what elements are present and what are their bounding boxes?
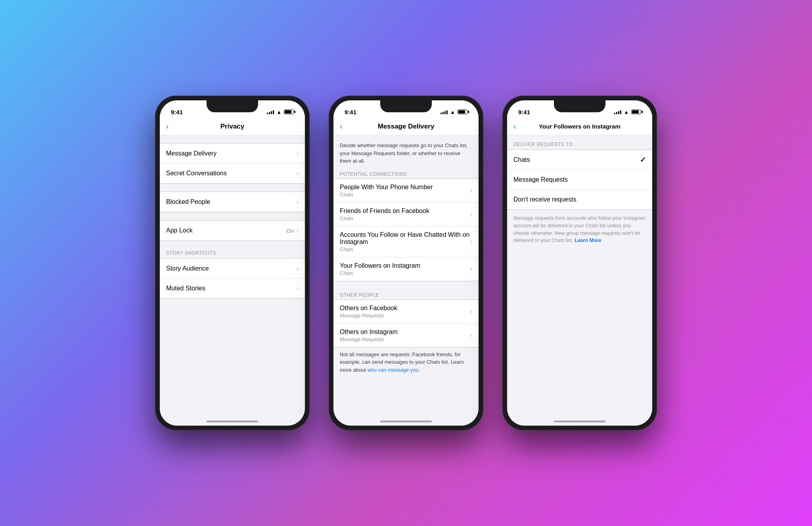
- list-group-1b: Blocked People ›: [160, 192, 305, 212]
- message-requests-option-label: Message Requests: [513, 176, 646, 183]
- list-item-others-instagram[interactable]: Others on Instagram Message Requests ›: [333, 324, 479, 347]
- nav-bar-2: ‹ Message Delivery: [333, 118, 479, 135]
- notch-1: [207, 100, 258, 112]
- list-item-dont-receive-option[interactable]: Don't receive requests: [507, 190, 652, 209]
- status-time-2: 9:41: [345, 109, 356, 115]
- others-instagram-value: Message Requests: [340, 336, 470, 342]
- list-item-chats-option[interactable]: Chats ✓: [507, 150, 652, 170]
- chevron-icon: ›: [297, 227, 299, 234]
- list-group-1d: Story Audience › Muted Stories ›: [160, 258, 305, 299]
- chevron-icon: ›: [470, 308, 472, 315]
- others-facebook-value: Message Requests: [340, 313, 470, 319]
- back-chevron-icon-3: ‹: [513, 122, 516, 130]
- notch-3: [554, 100, 605, 112]
- story-audience-label: Story Audience: [166, 265, 297, 272]
- accounts-follow-label: Accounts You Follow or Have Chatted With…: [340, 231, 470, 246]
- nav-title-3: Your Followers on Instagram: [537, 123, 622, 130]
- signal-icon-1: [267, 109, 274, 114]
- chevron-icon: ›: [297, 265, 299, 272]
- chevron-icon: ›: [470, 238, 472, 245]
- other-people-header: OTHER PEOPLE: [333, 289, 479, 299]
- chevron-icon: ›: [297, 198, 299, 205]
- battery-icon-3: [631, 109, 641, 114]
- nav-title-2: Message Delivery: [364, 123, 448, 131]
- nav-bar-1: ‹ Privacy: [160, 118, 305, 135]
- signal-icon-2: [440, 109, 448, 114]
- list-group-2a: People With Your Phone Number Chats › Fr…: [333, 179, 479, 281]
- blocked-people-label: Blocked People: [166, 198, 297, 205]
- chevron-icon: ›: [470, 265, 472, 273]
- battery-icon-2: [458, 109, 467, 114]
- status-time-3: 9:41: [518, 109, 530, 115]
- list-item-secret-conversations[interactable]: Secret Conversations ›: [160, 163, 305, 183]
- app-lock-label: App Lock: [166, 227, 286, 234]
- message-delivery-label: Message Delivery: [166, 150, 297, 157]
- chevron-icon: ›: [470, 332, 472, 339]
- message-delivery-description: Decide whether message requests go to yo…: [333, 135, 479, 168]
- accounts-follow-value: Chats: [340, 246, 470, 252]
- back-button-1[interactable]: ‹: [166, 123, 186, 130]
- signal-icon-3: [614, 109, 621, 114]
- dont-receive-option-label: Don't receive requests: [513, 196, 646, 203]
- list-item-message-requests-option[interactable]: Message Requests: [507, 170, 652, 190]
- screen-content-1: Message Delivery › Secret Conversations …: [160, 135, 305, 426]
- deliver-requests-header: DELIVER REQUESTS TO: [507, 135, 652, 150]
- phone-number-label: People With Your Phone Number: [340, 184, 470, 191]
- chats-option-label: Chats: [513, 156, 640, 163]
- app-lock-value: On: [286, 227, 294, 234]
- phone-number-value: Chats: [340, 192, 470, 198]
- others-instagram-label: Others on Instagram: [340, 328, 470, 336]
- list-item-blocked-people[interactable]: Blocked People ›: [160, 192, 305, 212]
- others-facebook-label: Others on Facebook: [340, 305, 470, 312]
- potential-connections-header: POTENTIAL CONNECTIONS: [333, 168, 479, 179]
- chevron-icon: ›: [470, 211, 472, 218]
- nav-bar-3: ‹ Your Followers on Instagram: [507, 118, 652, 135]
- wifi-icon-2: ▲: [450, 109, 455, 115]
- chevron-icon: ›: [470, 187, 472, 194]
- followers-instagram-label: Your Followers on Instagram: [340, 262, 470, 269]
- chevron-icon: ›: [297, 285, 299, 292]
- list-group-1a: Message Delivery › Secret Conversations …: [160, 143, 305, 184]
- secret-conversations-label: Secret Conversations: [166, 170, 297, 177]
- list-item-app-lock[interactable]: App Lock On ›: [160, 221, 305, 240]
- home-indicator-3: [554, 420, 605, 422]
- list-item-story-audience[interactable]: Story Audience ›: [160, 259, 305, 278]
- followers-instagram-value: Chats: [340, 270, 470, 276]
- battery-icon-1: [284, 109, 294, 114]
- list-group-1c: App Lock On ›: [160, 220, 305, 241]
- back-button-2[interactable]: ‹: [340, 123, 360, 130]
- back-chevron-icon-1: ‹: [166, 122, 169, 130]
- learn-more-link[interactable]: Learn More: [575, 238, 601, 243]
- friends-of-friends-label: Friends of Friends on Facebook: [340, 207, 470, 215]
- wifi-icon-1: ▲: [276, 109, 282, 115]
- wifi-icon-3: ▲: [624, 109, 629, 115]
- status-time-1: 9:41: [171, 109, 183, 115]
- message-delivery-footer: Not all messages are requests: Facebook …: [333, 347, 479, 380]
- chevron-icon: ›: [297, 170, 299, 177]
- home-indicator-2: [380, 420, 432, 422]
- home-indicator-1: [207, 420, 258, 422]
- muted-stories-label: Muted Stories: [166, 285, 297, 292]
- back-button-3[interactable]: ‹: [513, 123, 533, 130]
- followers-info-text: Message requests from accounts who follo…: [507, 210, 652, 249]
- chevron-icon: ›: [297, 150, 299, 157]
- story-shortcuts-label: STORY SHORTCUTS: [160, 241, 305, 258]
- list-item-message-delivery[interactable]: Message Delivery ›: [160, 144, 305, 163]
- who-can-message-link[interactable]: who can message you: [367, 367, 418, 373]
- notch-2: [380, 100, 432, 112]
- list-item-friends-of-friends[interactable]: Friends of Friends on Facebook Chats ›: [333, 203, 479, 227]
- list-item-others-facebook[interactable]: Others on Facebook Message Requests ›: [333, 300, 479, 324]
- screen-content-2: Decide whether message requests go to yo…: [333, 135, 479, 426]
- phone-1: 9:41 ▲ ‹ Privacy: [155, 96, 310, 430]
- status-icons-2: ▲: [440, 109, 467, 115]
- phone-2: 9:41 ▲ ‹ Message Delivery: [329, 96, 483, 430]
- list-item-muted-stories[interactable]: Muted Stories ›: [160, 278, 305, 298]
- list-item-accounts-follow[interactable]: Accounts You Follow or Have Chatted With…: [333, 227, 479, 257]
- nav-title-1: Privacy: [190, 123, 275, 131]
- list-item-followers-instagram[interactable]: Your Followers on Instagram Chats ›: [333, 257, 479, 281]
- back-chevron-icon-2: ‹: [340, 122, 343, 130]
- friends-of-friends-value: Chats: [340, 215, 470, 221]
- list-group-2b: Others on Facebook Message Requests › Ot…: [333, 299, 479, 347]
- selected-checkmark: ✓: [640, 155, 646, 164]
- list-item-phone-number[interactable]: People With Your Phone Number Chats ›: [333, 179, 479, 203]
